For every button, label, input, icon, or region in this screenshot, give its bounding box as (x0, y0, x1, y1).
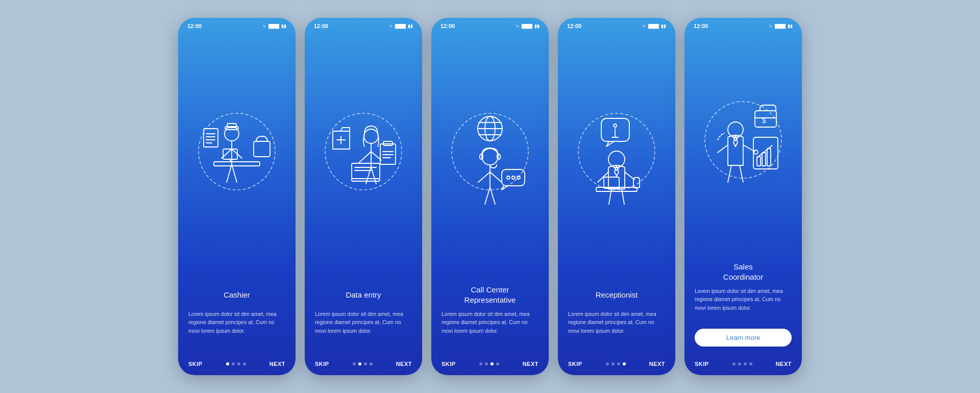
dot-4-2 (617, 362, 620, 365)
illustration-sales-coordinator: $ (684, 33, 802, 262)
title-cashier: Cashier (188, 285, 285, 305)
dot-4-3 (623, 362, 626, 365)
skip-button-5[interactable]: SKIP (695, 361, 709, 367)
svg-rect-74 (762, 153, 766, 166)
dot-2-1 (358, 362, 361, 365)
title-receptionist: Receptionist (568, 285, 665, 305)
svg-point-49 (507, 176, 510, 179)
svg-point-56 (614, 124, 617, 127)
svg-line-47 (490, 172, 502, 182)
svg-text:$: $ (762, 116, 766, 125)
status-bar-2: 12:00 ∿ ▇▇▇ ▮▮ (305, 18, 422, 31)
status-bar-1: 12:00 ∿ ▇▇▇ ▮▮ (178, 18, 296, 31)
dot-1-3 (243, 362, 246, 365)
svg-rect-43 (480, 154, 483, 159)
learn-more-button[interactable]: Learn more (695, 329, 792, 347)
dot-3-0 (479, 362, 482, 365)
phone-receptionist: 12:00 ∿ ▇▇▇ ▮▮ (558, 18, 675, 375)
signal-icon-4: ▇▇▇ (648, 23, 659, 29)
wifi-icon-1: ∿ (262, 23, 266, 29)
status-icons-2: ∿ ▇▇▇ ▮▮ (389, 23, 413, 29)
svg-point-79 (754, 150, 758, 154)
svg-rect-64 (604, 177, 619, 188)
next-button-2[interactable]: NEXT (396, 361, 412, 367)
dot-2-0 (353, 362, 356, 365)
phone-data-entry: 12:00 ∿ ▇▇▇ ▮▮ (305, 18, 422, 375)
status-time-5: 12:00 (694, 23, 708, 29)
dot-3-1 (485, 362, 488, 365)
title-sales-coordinator: SalesCoordinator (695, 262, 792, 282)
wifi-icon-4: ∿ (642, 23, 646, 29)
dot-5-1 (738, 362, 741, 365)
skip-button-1[interactable]: SKIP (188, 361, 203, 367)
svg-point-42 (482, 149, 498, 165)
svg-sales-coordinator: $ (695, 91, 792, 204)
illustration-call-center (431, 33, 549, 285)
skip-button-4[interactable]: SKIP (568, 361, 582, 367)
dot-2-3 (370, 362, 373, 365)
bottom-nav-5: SKIP NEXT (684, 357, 802, 375)
skip-button-3[interactable]: SKIP (442, 361, 456, 367)
svg-rect-3 (214, 162, 260, 166)
wifi-icon-3: ∿ (516, 23, 520, 29)
svg-point-19 (364, 129, 378, 143)
dots-3 (479, 362, 499, 365)
next-button-5[interactable]: NEXT (776, 361, 792, 367)
dots-2 (353, 362, 373, 365)
svg-point-0 (199, 113, 275, 190)
svg-line-21 (358, 152, 371, 163)
content-call-center: Call CenterRepresentative Lorem ipsum do… (431, 285, 549, 357)
svg-call-center (442, 103, 538, 215)
battery-icon-5: ▮▮ (788, 23, 793, 29)
next-button-3[interactable]: NEXT (523, 361, 538, 367)
status-icons-5: ∿ ▇▇▇ ▮▮ (769, 23, 793, 29)
svg-rect-9 (204, 129, 218, 147)
dot-4-1 (611, 362, 615, 365)
dots-1 (226, 362, 246, 365)
dot-2-2 (364, 362, 367, 365)
signal-icon-1: ▇▇▇ (268, 23, 279, 29)
next-button-1[interactable]: NEXT (270, 361, 285, 367)
phone-call-center: 12:00 ∿ ▇▇▇ ▮▮ (431, 18, 549, 375)
svg-line-77 (718, 145, 728, 153)
svg-line-22 (371, 152, 381, 160)
svg-rect-29 (380, 144, 396, 164)
svg-line-14 (227, 164, 232, 182)
svg-rect-44 (497, 154, 500, 159)
wifi-icon-2: ∿ (389, 23, 393, 29)
signal-icon-5: ▇▇▇ (775, 23, 786, 29)
body-receptionist: Lorem ipsum dolor sit dim amet, mea regi… (568, 310, 665, 347)
signal-icon-2: ▇▇▇ (395, 23, 406, 29)
dot-1-2 (237, 362, 240, 365)
body-cashier: Lorem ipsum dolor sit dim amet, mea regi… (188, 310, 285, 347)
bottom-nav-4: SKIP NEXT (558, 357, 675, 375)
content-sales-coordinator: SalesCoordinator Lorem ipsum dolor sit d… (684, 262, 802, 357)
battery-icon-1: ▮▮ (281, 23, 286, 29)
content-receptionist: Receptionist Lorem ipsum dolor sit dim a… (558, 285, 675, 357)
svg-line-61 (625, 172, 634, 180)
dot-1-1 (232, 362, 235, 365)
dot-3-2 (491, 362, 494, 365)
battery-icon-2: ▮▮ (408, 23, 413, 29)
svg-cashier (188, 103, 285, 215)
title-call-center: Call CenterRepresentative (442, 285, 538, 305)
status-bar-5: 12:00 ∿ ▇▇▇ ▮▮ (684, 18, 802, 31)
phone-sales-coordinator: 12:00 ∿ ▇▇▇ ▮▮ $ (684, 18, 802, 375)
svg-data-entry (315, 103, 412, 215)
skip-button-2[interactable]: SKIP (315, 361, 329, 367)
svg-rect-23 (352, 163, 380, 179)
svg-rect-75 (767, 149, 771, 166)
bottom-nav-1: SKIP NEXT (178, 357, 296, 375)
next-button-4[interactable]: NEXT (649, 361, 665, 367)
content-cashier: Cashier Lorem ipsum dolor sit dim amet, … (178, 285, 296, 357)
dot-3-3 (496, 362, 499, 365)
phones-container: 12:00 ∿ ▇▇▇ ▮▮ (178, 18, 802, 375)
dots-5 (732, 362, 752, 365)
status-icons-1: ∿ ▇▇▇ ▮▮ (262, 23, 286, 29)
status-time-3: 12:00 (440, 23, 455, 29)
body-call-center: Lorem ipsum dolor sit dim amet, mea regi… (442, 310, 538, 347)
svg-line-80 (728, 165, 731, 182)
svg-rect-30 (383, 141, 393, 145)
svg-line-81 (740, 165, 743, 182)
body-sales-coordinator: Lorem ipsum dolor sit dim amet, mea regi… (695, 287, 792, 324)
